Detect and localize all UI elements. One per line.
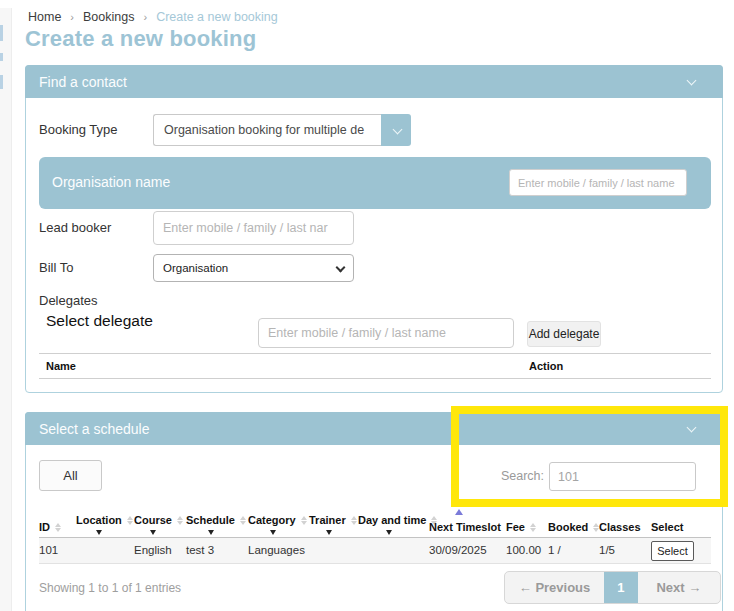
column-label: Course xyxy=(134,514,172,526)
column-header-trainer[interactable]: Trainer xyxy=(309,514,357,535)
select-delegate-label: Select delegate xyxy=(46,312,153,330)
filter-caret-icon[interactable] xyxy=(150,530,156,535)
cell-id: 101 xyxy=(39,544,58,556)
cell-next-timeslot: 30/09/2025 xyxy=(429,544,487,556)
booking-type-value[interactable]: Organisation booking for multiple de xyxy=(153,114,381,146)
left-edge-strip xyxy=(0,8,12,611)
column-header-course[interactable]: Course xyxy=(134,514,183,535)
breadcrumb-separator-icon: › xyxy=(143,11,147,23)
column-label: Select xyxy=(651,521,683,533)
column-label: Classes xyxy=(599,521,641,533)
lead-booker-input[interactable] xyxy=(153,211,354,245)
cell-category: Languages xyxy=(248,544,305,556)
cell-course: English xyxy=(134,544,172,556)
search-input[interactable] xyxy=(549,462,696,491)
bill-to-value: Organisation xyxy=(163,262,228,274)
find-contact-panel-header[interactable]: Find a contact xyxy=(25,65,723,98)
pagination-page-1-button[interactable]: 1 xyxy=(604,572,638,603)
sort-icons xyxy=(530,523,536,532)
delegates-label: Delegates xyxy=(39,293,98,308)
sort-icons xyxy=(127,516,133,525)
search-label: Search: xyxy=(474,469,544,483)
divider xyxy=(39,353,711,354)
chevron-down-icon[interactable] xyxy=(687,76,697,86)
column-label: Booked xyxy=(548,521,588,533)
column-label: Fee xyxy=(506,521,525,533)
delegate-action-column-header: Action xyxy=(529,360,563,372)
showing-entries-text: Showing 1 to 1 of 1 entries xyxy=(39,581,181,595)
cell-schedule: test 3 xyxy=(186,544,214,556)
bill-to-label: Bill To xyxy=(39,260,73,275)
chevron-down-icon[interactable] xyxy=(687,423,697,433)
column-header-schedule[interactable]: Schedule xyxy=(186,514,246,535)
booking-type-dropdown-button[interactable] xyxy=(381,114,411,146)
column-header-next-timeslot[interactable]: Next Timeslot xyxy=(429,521,501,533)
column-header-fee[interactable]: Fee xyxy=(506,521,536,533)
create-booking-page: Home › Bookings › Create a new booking C… xyxy=(0,0,734,611)
column-label: Day and time xyxy=(358,514,426,526)
chevron-down-icon xyxy=(393,125,403,135)
table-row: 101 English test 3 Languages 30/09/2025 … xyxy=(39,538,711,564)
breadcrumb-current: Create a new booking xyxy=(156,10,278,24)
find-contact-panel: Find a contact Booking Type Organisation… xyxy=(25,65,723,393)
left-strip-mark xyxy=(0,53,3,61)
select-schedule-panel-header[interactable]: Select a schedule xyxy=(25,412,723,445)
page-title: Create a new booking xyxy=(25,26,256,52)
sort-icons xyxy=(301,516,307,525)
column-header-booked[interactable]: Booked xyxy=(548,521,599,533)
bill-to-select[interactable]: Organisation xyxy=(153,254,354,282)
column-label: Trainer xyxy=(309,514,346,526)
pagination-next-button[interactable]: Next → xyxy=(638,572,720,603)
divider xyxy=(39,378,711,379)
organisation-name-label: Organisation name xyxy=(52,174,170,190)
organisation-search-input[interactable] xyxy=(509,169,687,196)
row-select-button[interactable]: Select xyxy=(651,541,694,561)
filter-caret-icon[interactable] xyxy=(96,530,102,535)
cell-fee: 100.00 xyxy=(506,544,541,556)
pagination-previous-button[interactable]: ← Previous xyxy=(505,572,604,603)
add-delegate-button[interactable]: Add delegate xyxy=(527,321,601,347)
filter-caret-icon[interactable] xyxy=(270,530,276,535)
column-header-category[interactable]: Category xyxy=(248,514,307,535)
delegate-name-column-header: Name xyxy=(46,360,76,372)
column-header-classes[interactable]: Classes xyxy=(599,521,641,533)
find-contact-panel-title: Find a contact xyxy=(39,74,127,90)
select-delegate-input[interactable] xyxy=(258,318,514,348)
select-schedule-panel-title: Select a schedule xyxy=(39,421,150,437)
organisation-name-bar: Organisation name xyxy=(39,157,711,209)
sort-icons xyxy=(55,523,61,532)
breadcrumb-home[interactable]: Home xyxy=(28,10,61,24)
filter-caret-icon[interactable] xyxy=(386,530,392,535)
breadcrumb-separator-icon: › xyxy=(70,11,74,23)
booking-type-label: Booking Type xyxy=(39,122,118,137)
column-header-location[interactable]: Location xyxy=(76,514,133,535)
column-header-select: Select xyxy=(651,521,683,533)
filter-caret-icon[interactable] xyxy=(326,530,332,535)
sort-icons xyxy=(240,516,246,525)
column-label: ID xyxy=(39,521,50,533)
select-schedule-panel: Select a schedule All Search: ID Locatio… xyxy=(25,412,723,611)
sort-icons xyxy=(177,516,183,525)
filter-caret-icon[interactable] xyxy=(208,530,214,535)
column-label: Schedule xyxy=(186,514,235,526)
left-strip-mark xyxy=(0,75,3,89)
sorted-asc-icon xyxy=(455,509,463,515)
column-label: Location xyxy=(76,514,122,526)
column-header-day-and-time[interactable]: Day and time xyxy=(358,514,437,535)
schedule-table-header: ID Location Course Schedule Category xyxy=(26,501,724,537)
breadcrumb-bookings[interactable]: Bookings xyxy=(83,10,134,24)
cell-classes: 1/5 xyxy=(599,544,615,556)
breadcrumb: Home › Bookings › Create a new booking xyxy=(28,10,278,24)
all-filter-button[interactable]: All xyxy=(39,460,102,491)
pagination: ← Previous 1 Next → xyxy=(504,571,721,604)
left-strip-mark xyxy=(0,25,3,41)
sort-icons xyxy=(351,516,357,525)
booking-type-select[interactable]: Organisation booking for multiple de xyxy=(153,114,411,146)
column-label: Category xyxy=(248,514,296,526)
lead-booker-label: Lead booker xyxy=(39,220,111,235)
chevron-down-icon xyxy=(336,263,346,273)
column-label: Next Timeslot xyxy=(429,521,501,533)
cell-booked: 1 / xyxy=(548,544,561,556)
column-header-id[interactable]: ID xyxy=(39,521,61,533)
